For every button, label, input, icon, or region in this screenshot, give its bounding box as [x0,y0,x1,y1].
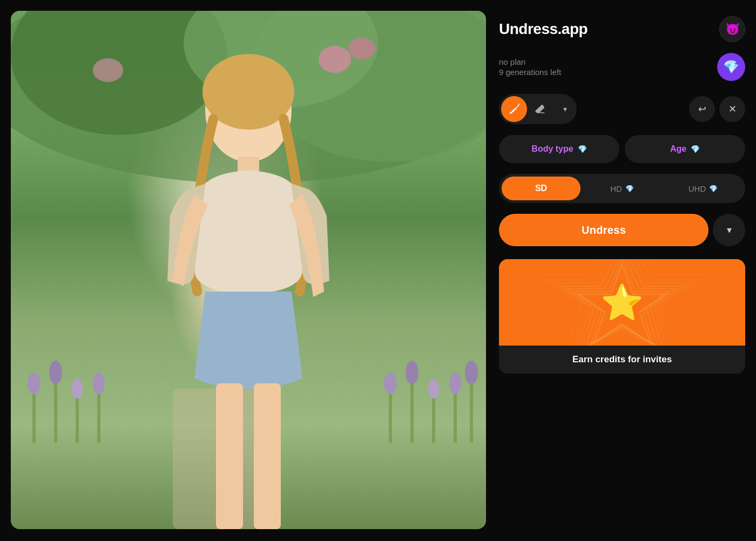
body-type-button[interactable]: Body type 💎 [499,135,619,163]
undo-icon: ↩ [698,103,706,115]
undress-chevron-icon: ▾ [727,224,732,236]
hd-label: HD [610,184,622,193]
undress-row: Undress ▾ [499,214,745,246]
plan-info: no plan 9 generations left [499,57,561,77]
main-container: Undress.app 😈 no plan 9 generations left… [0,0,756,541]
brush-icon [508,103,520,115]
sd-quality-button[interactable]: SD [502,177,580,200]
quality-row: SD HD 💎 UHD 💎 [499,174,745,203]
uhd-quality-button[interactable]: UHD 💎 [664,177,742,200]
eraser-tool-button[interactable] [528,97,552,121]
body-type-diamond-icon: 💎 [578,145,587,153]
diamond-icon: 💎 [723,59,739,75]
mascot-emoji: 😈 [725,22,740,36]
age-diamond-icon: 💎 [691,145,700,153]
undress-label: Undress [582,224,626,236]
tool-group-right: ↩ ✕ [689,96,745,122]
promo-text: Earn credits for invites [572,354,672,364]
header-row: Undress.app 😈 [499,16,745,42]
age-label: Age [670,144,686,154]
tool-group-left: ▾ [499,94,577,124]
hd-quality-button[interactable]: HD 💎 [583,177,662,200]
plan-row: no plan 9 generations left 💎 [499,53,745,81]
chevron-down-icon: ▾ [563,105,567,113]
image-panel [11,11,486,529]
close-icon: ✕ [728,103,737,115]
age-button[interactable]: Age 💎 [625,135,745,163]
body-type-label: Body type [531,144,573,154]
upgrade-diamond-button[interactable]: 💎 [717,53,745,81]
toolbar-row: ▾ ↩ ✕ [499,94,745,124]
hd-diamond-icon: 💎 [625,185,634,193]
white-star: ⭐ [600,285,644,320]
close-button[interactable]: ✕ [719,96,745,122]
promo-card[interactable]: ⭐ Earn credits for invites [499,259,745,374]
undress-button[interactable]: Undress [499,214,708,246]
uhd-diamond-icon: 💎 [709,185,718,193]
photo-background [11,11,486,529]
tool-dropdown-button[interactable]: ▾ [555,99,575,119]
generations-label: 9 generations left [499,67,561,77]
eraser-icon [535,104,545,114]
promo-banner: ⭐ [499,259,745,346]
control-panel: Undress.app 😈 no plan 9 generations left… [499,11,745,374]
mascot-button[interactable]: 😈 [719,16,745,42]
uhd-label: UHD [688,184,706,193]
promo-label: Earn credits for invites [499,346,745,374]
sd-label: SD [535,184,547,193]
options-row: Body type 💎 Age 💎 [499,135,745,163]
plan-label: no plan [499,57,561,66]
undo-button[interactable]: ↩ [689,96,715,122]
brush-tool-button[interactable] [501,96,527,122]
undress-dropdown-button[interactable]: ▾ [713,214,745,246]
app-title: Undress.app [499,21,588,38]
